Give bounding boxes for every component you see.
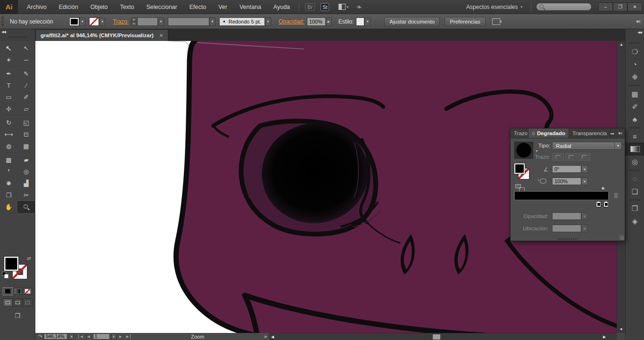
fit-document-button[interactable]: Ajustar documento — [384, 17, 440, 26]
scale-tool[interactable]: ◱ — [17, 117, 35, 129]
menu-item-edicion[interactable]: Edición — [53, 0, 84, 14]
panel-resize-grip[interactable] — [619, 235, 624, 240]
mesh-tool[interactable]: ▩ — [0, 154, 17, 166]
menu-item-ayuda[interactable]: Ayuda — [267, 0, 296, 14]
status-expand-icon[interactable]: ▶ — [264, 334, 267, 339]
angle-arrow-icon[interactable]: ▼ — [581, 165, 588, 173]
none-mode-button[interactable] — [23, 288, 32, 295]
stroke-color-arrow-icon[interactable]: ▼ — [99, 17, 105, 26]
graphic-styles-icon[interactable]: ❏ — [626, 185, 644, 198]
gradient-stop-2[interactable] — [603, 201, 609, 207]
fill-color-swatch[interactable] — [69, 17, 79, 26]
menu-item-objeto[interactable]: Objeto — [84, 0, 114, 14]
lasso-tool[interactable]: ∽ — [17, 54, 35, 66]
toolbar-drag-grip[interactable] — [8, 36, 27, 38]
arrange-documents-arrow-icon[interactable]: ▾ — [347, 5, 348, 9]
type-tool[interactable]: T — [0, 80, 17, 91]
color-mode-button[interactable] — [3, 288, 12, 295]
bridge-button[interactable]: Br — [305, 3, 315, 11]
tab-gradient[interactable]: ◇ Degradado — [528, 129, 569, 138]
minimize-button[interactable]: – — [598, 2, 613, 11]
restore-button[interactable]: ❐ — [613, 2, 627, 11]
edit-colors-icon[interactable]: ❉ — [626, 71, 644, 83]
menu-item-efecto[interactable]: Efecto — [183, 0, 212, 14]
horizontal-scrollbar[interactable]: ◀ ▶ — [269, 333, 617, 340]
eraser-tool[interactable]: ▱ — [17, 103, 35, 115]
dock-collapse-icon[interactable]: ◀◀ — [637, 31, 642, 34]
next-artboard-button[interactable]: ▶ — [118, 334, 124, 339]
stroke-gradient-within-button[interactable] — [552, 153, 564, 161]
gradient-midpoint-icon[interactable]: ◆ — [602, 186, 604, 190]
stroke-gradient-along-button[interactable] — [565, 153, 577, 161]
stroke-weight-arrow-icon[interactable]: ▼ — [158, 17, 164, 26]
tab-transparency[interactable]: Transparencia — [569, 129, 611, 138]
document-tab-close-icon[interactable]: ✕ — [159, 33, 163, 38]
menu-item-ver[interactable]: Ver — [212, 0, 233, 14]
hand-tool[interactable]: ✋ — [0, 201, 17, 213]
search-input[interactable] — [536, 3, 592, 11]
gradient-stop-1[interactable] — [596, 201, 601, 207]
dock-group-grip[interactable] — [626, 41, 644, 45]
artboard-tool[interactable]: ❒ — [0, 189, 17, 201]
workspace-switcher[interactable]: Aspectos esenciales — [466, 4, 518, 10]
artboard-arrow-icon[interactable]: ▼ — [111, 333, 116, 340]
history-icon[interactable]: ↷ — [38, 333, 42, 340]
gradient-thumbnail-arrow-icon[interactable]: ▼ — [535, 149, 538, 153]
dock-group-grip[interactable] — [626, 126, 644, 130]
draw-inside-button[interactable] — [23, 299, 33, 307]
line-segment-tool[interactable]: ∕ — [17, 80, 35, 91]
draw-behind-button[interactable] — [13, 299, 23, 307]
gradient-tool[interactable]: ▰ — [17, 154, 35, 166]
control-panel-menu-icon[interactable]: ▾≡ — [636, 19, 640, 24]
close-button[interactable]: ✕ — [627, 2, 642, 11]
blob-brush-tool[interactable]: ✣ — [0, 103, 17, 115]
cs-live-icon[interactable]: ❧ — [356, 3, 362, 11]
brush-definition-field[interactable]: ● Redondo 5 pt. — [219, 17, 265, 26]
dock-group-grip[interactable] — [626, 168, 644, 172]
gradient-mode-button[interactable] — [13, 288, 22, 295]
color-panel-icon[interactable]: ❍ — [626, 45, 644, 58]
width-tool[interactable]: ⟷ — [0, 129, 17, 140]
stroke-gradient-across-button[interactable] — [578, 153, 590, 161]
tab-stroke[interactable]: Trazo — [511, 129, 528, 138]
artboards-panel-icon[interactable]: ❐ — [626, 202, 644, 215]
menu-item-seleccionar[interactable]: Seleccionar — [140, 0, 183, 14]
scroll-right-icon[interactable]: ▶ — [601, 333, 608, 340]
default-fill-stroke-icon[interactable] — [2, 272, 8, 278]
shape-builder-tool[interactable]: ◍ — [0, 140, 17, 152]
width-profile-field[interactable] — [168, 17, 209, 26]
aspect-ratio-field[interactable]: 100% — [552, 178, 581, 185]
scroll-left-icon[interactable]: ◀ — [269, 333, 276, 340]
stock-button[interactable]: St — [321, 3, 329, 11]
document-tab[interactable]: graffiti2.ai* al 946,14% (CMYK/Previsual… — [35, 29, 168, 41]
pencil-tool[interactable]: ✎ — [17, 68, 35, 80]
perspective-grid-tool[interactable]: ▦ — [17, 140, 35, 152]
arrange-documents-icon[interactable] — [339, 4, 346, 10]
opacity-field[interactable]: 100% — [307, 17, 326, 26]
zoom-level-arrow-icon[interactable]: ▼ — [69, 333, 74, 340]
pen-tool[interactable]: ✒ — [0, 68, 17, 80]
gradient-slider-bar[interactable] — [514, 191, 609, 200]
scroll-down-icon[interactable]: ▼ — [617, 326, 626, 332]
dock-group-grip[interactable] — [626, 83, 644, 88]
menu-item-archivo[interactable]: Archivo — [21, 0, 53, 14]
rectangle-tool[interactable]: ▭ — [0, 91, 17, 103]
swap-fill-stroke-icon[interactable]: ⇄ — [27, 256, 31, 261]
first-artboard-button[interactable]: ◀ — [78, 334, 84, 339]
style-arrow-icon[interactable]: ▼ — [364, 17, 371, 26]
column-graph-tool[interactable]: ▟ — [17, 178, 35, 189]
magic-wand-tool[interactable]: ✶ — [0, 54, 17, 66]
menu-item-ventana[interactable]: Ventana — [233, 0, 267, 14]
width-profile-arrow-icon[interactable]: ▼ — [209, 17, 215, 26]
last-artboard-button[interactable]: ▶ — [125, 334, 131, 339]
zoom-tool[interactable] — [17, 201, 35, 213]
dock-group-grip[interactable] — [626, 198, 644, 202]
gradient-type-dropdown[interactable]: Radial ▼ — [552, 142, 622, 150]
opacity-link[interactable]: Opacidad: — [279, 18, 305, 25]
angle-field[interactable]: 0° — [552, 165, 581, 173]
panel-bottom-grip[interactable] — [558, 238, 578, 240]
blend-tool[interactable]: ◎ — [17, 166, 35, 178]
panel-menu-icon[interactable]: ▾≡ — [618, 131, 622, 136]
preferences-button[interactable]: Preferencias — [445, 17, 486, 26]
stroke-color-swatch[interactable] — [89, 17, 99, 26]
